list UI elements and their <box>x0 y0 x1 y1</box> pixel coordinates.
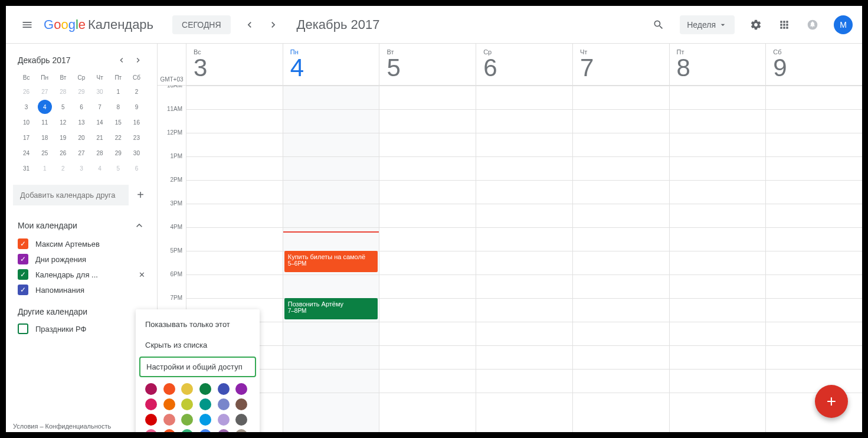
mini-day[interactable]: 2 <box>56 161 70 175</box>
other-calendars-header[interactable]: Другие календари <box>11 302 152 321</box>
mini-day[interactable]: 17 <box>19 130 34 145</box>
mini-day[interactable]: 22 <box>111 130 125 145</box>
apps-button[interactable] <box>772 13 796 37</box>
day-header[interactable]: Ср6 <box>476 44 572 85</box>
day-column[interactable] <box>765 86 862 432</box>
color-swatch[interactable] <box>145 398 157 410</box>
mini-day[interactable]: 2 <box>129 84 143 99</box>
color-swatch[interactable] <box>199 414 211 426</box>
mini-day[interactable]: 10 <box>19 115 34 129</box>
mini-prev-button[interactable] <box>114 53 129 67</box>
color-swatch[interactable] <box>181 414 193 426</box>
mini-day[interactable]: 27 <box>74 146 89 160</box>
avatar[interactable]: М <box>834 15 853 34</box>
color-swatch[interactable] <box>235 398 247 410</box>
color-swatch[interactable] <box>199 383 211 395</box>
mini-day[interactable]: 8 <box>111 100 125 114</box>
color-swatch[interactable] <box>218 383 230 395</box>
mini-day[interactable]: 3 <box>19 100 34 114</box>
color-swatch[interactable] <box>145 383 157 395</box>
color-swatch[interactable]: ✓ <box>181 429 193 432</box>
mini-day[interactable]: 6 <box>74 100 89 114</box>
color-swatch[interactable] <box>235 383 247 395</box>
mini-day[interactable]: 20 <box>74 130 89 145</box>
mini-day[interactable]: 12 <box>56 115 70 129</box>
mini-day[interactable]: 29 <box>74 84 89 99</box>
day-column[interactable] <box>476 86 572 432</box>
context-menu-item[interactable]: Скрыть из списка <box>136 335 260 355</box>
color-swatch[interactable] <box>163 414 175 426</box>
terms-link[interactable]: Условия <box>13 423 38 430</box>
mini-day[interactable]: 28 <box>56 84 70 99</box>
menu-button[interactable] <box>15 13 39 37</box>
day-header[interactable]: Чт7 <box>572 44 669 85</box>
mini-day[interactable]: 21 <box>93 130 107 145</box>
mini-next-button[interactable] <box>131 53 145 67</box>
mini-day[interactable]: 9 <box>129 100 143 114</box>
color-swatch[interactable] <box>199 398 211 410</box>
calendar-checkbox[interactable]: ✓ <box>18 269 28 280</box>
next-week-button[interactable] <box>264 15 283 34</box>
mini-day[interactable]: 15 <box>111 115 125 129</box>
day-header[interactable]: Вс3 <box>186 44 283 85</box>
day-header[interactable]: Пт8 <box>669 44 766 85</box>
calendar-checkbox[interactable] <box>18 323 28 334</box>
color-swatch[interactable] <box>218 429 230 432</box>
mini-day[interactable]: 4 <box>38 100 52 114</box>
calendar-item[interactable]: ✓Напоминания <box>11 282 152 298</box>
mini-day[interactable]: 25 <box>38 146 52 160</box>
today-button[interactable]: СЕГОДНЯ <box>172 15 231 34</box>
search-button[interactable] <box>647 13 670 37</box>
mini-day[interactable]: 31 <box>19 161 34 175</box>
mini-day[interactable]: 24 <box>19 146 34 160</box>
color-swatch[interactable] <box>218 414 230 426</box>
color-swatch[interactable] <box>235 429 247 432</box>
mini-day[interactable]: 1 <box>38 161 52 175</box>
context-menu-item[interactable]: Показывать только этот <box>136 314 260 335</box>
day-column[interactable] <box>379 86 476 432</box>
mini-day[interactable]: 6 <box>129 161 143 175</box>
mini-day[interactable]: 3 <box>74 161 89 175</box>
day-header[interactable]: Сб9 <box>765 44 862 85</box>
calendar-checkbox[interactable]: ✓ <box>18 254 28 264</box>
event[interactable]: Купить билеты на самолё5–6PM <box>284 251 378 272</box>
calendar-checkbox[interactable]: ✓ <box>18 285 28 295</box>
calendar-item[interactable]: ✓Дни рождения <box>11 251 152 267</box>
settings-button[interactable] <box>744 13 768 37</box>
add-friend-button[interactable]: + <box>131 186 150 205</box>
mini-day[interactable]: 16 <box>129 115 143 129</box>
color-swatch[interactable] <box>163 398 175 410</box>
prev-week-button[interactable] <box>240 15 259 34</box>
color-swatch[interactable] <box>145 414 157 426</box>
privacy-link[interactable]: Конфиденциальность <box>45 423 112 430</box>
mini-day[interactable]: 23 <box>129 130 143 145</box>
color-swatch[interactable] <box>218 398 230 410</box>
view-selector[interactable]: Неделя <box>680 15 735 34</box>
calendar-item[interactable]: ✓Максим Артемьев <box>11 236 152 251</box>
mini-day[interactable]: 4 <box>93 161 107 175</box>
calendar-item[interactable]: ✓Календарь для ...✕ <box>11 267 152 282</box>
mini-day[interactable]: 14 <box>93 115 107 129</box>
create-event-fab[interactable]: + <box>815 385 848 418</box>
logo[interactable]: Google Календарь <box>44 17 153 32</box>
calendar-checkbox[interactable]: ✓ <box>18 238 28 249</box>
color-swatch[interactable] <box>199 429 211 432</box>
mini-day[interactable]: 29 <box>111 146 125 160</box>
my-calendars-header[interactable]: Мои календари <box>11 215 152 236</box>
mini-day[interactable]: 13 <box>74 115 89 129</box>
color-swatch[interactable] <box>163 383 175 395</box>
day-column[interactable]: Купить билеты на самолё5–6PMПозвонить Ар… <box>283 86 379 432</box>
mini-day[interactable]: 27 <box>38 84 52 99</box>
mini-day[interactable]: 7 <box>93 100 107 114</box>
mini-day[interactable]: 11 <box>38 115 52 129</box>
event[interactable]: Позвонить Артёму7–8PM <box>284 298 378 319</box>
mini-day[interactable]: 26 <box>19 84 34 99</box>
day-column[interactable] <box>572 86 669 432</box>
context-menu-item[interactable]: Настройки и общий доступ <box>139 357 256 377</box>
color-swatch[interactable] <box>181 383 193 395</box>
close-icon[interactable]: ✕ <box>136 269 148 280</box>
color-swatch[interactable] <box>163 429 175 432</box>
add-friend-input[interactable] <box>13 185 129 205</box>
day-header[interactable]: Вт5 <box>379 44 476 85</box>
mini-day[interactable]: 19 <box>56 130 70 145</box>
